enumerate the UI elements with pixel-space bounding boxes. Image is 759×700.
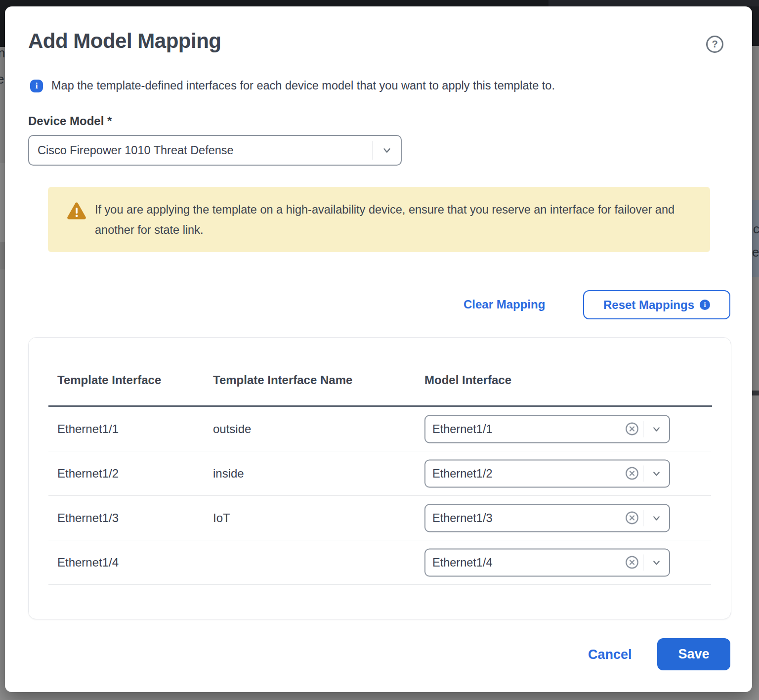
dialog-title: Add Model Mapping (28, 29, 221, 53)
reset-mappings-button[interactable]: Reset Mappings i (583, 290, 730, 319)
chevron-down-icon (643, 416, 669, 442)
info-icon: i (700, 300, 710, 310)
model-interface-value: Ethernet1/3 (425, 505, 621, 531)
background-text-fragment: e (0, 72, 4, 87)
background-text-fragment: c (753, 221, 759, 237)
column-header-template-interface: Template Interface (57, 373, 161, 387)
device-model-label: Device Model * (28, 114, 112, 128)
chevron-down-icon (373, 136, 401, 165)
model-interface-value: Ethernet1/4 (425, 549, 621, 575)
warning-icon (66, 202, 87, 222)
info-text: Map the template-defined interfaces for … (51, 79, 555, 92)
add-model-mapping-dialog: Add Model Mapping ? i Map the template-d… (5, 6, 752, 692)
background-text-fragment: el (752, 245, 759, 260)
table-row: Ethernet1/4 Ethernet1/4 (48, 540, 711, 585)
clear-selection-icon[interactable] (621, 505, 643, 531)
table-row: Ethernet1/3 IoT Ethernet1/3 (48, 496, 711, 540)
column-header-template-interface-name: Template Interface Name (213, 373, 352, 387)
model-interface-value: Ethernet1/2 (425, 460, 621, 486)
info-icon: i (30, 80, 43, 92)
template-interface-cell: Ethernet1/3 (57, 511, 119, 525)
table-row: Ethernet1/2 inside Ethernet1/2 (48, 451, 711, 496)
cancel-button[interactable]: Cancel (588, 647, 632, 662)
model-interface-select[interactable]: Ethernet1/2 (424, 459, 670, 487)
device-model-value: Cisco Firepower 1010 Threat Defense (29, 136, 373, 165)
table-row: Ethernet1/1 outside Ethernet1/1 (48, 407, 711, 451)
chevron-down-icon (643, 549, 669, 575)
mapping-table-card: Template Interface Template Interface Na… (28, 337, 731, 619)
table-body: Ethernet1/1 outside Ethernet1/1 Ethernet… (29, 407, 731, 585)
warning-banner: If you are applying the template on a hi… (48, 187, 710, 252)
model-interface-select[interactable]: Ethernet1/3 (424, 504, 670, 532)
clear-mapping-button[interactable]: Clear Mapping (464, 298, 545, 311)
model-interface-select[interactable]: Ethernet1/4 (424, 548, 670, 576)
help-glyph: ? (712, 39, 717, 50)
reset-mappings-label: Reset Mappings (603, 298, 694, 312)
model-interface-select[interactable]: Ethernet1/1 (424, 415, 670, 443)
help-icon[interactable]: ? (706, 36, 723, 53)
template-interface-cell: Ethernet1/2 (57, 467, 119, 481)
clear-selection-icon[interactable] (621, 416, 643, 442)
chevron-down-icon (643, 460, 669, 486)
template-interface-cell: Ethernet1/1 (57, 422, 119, 436)
clear-selection-icon[interactable] (621, 460, 643, 486)
clear-selection-icon[interactable] (621, 549, 643, 575)
chevron-down-icon (643, 505, 669, 531)
background-text-fragment: n (0, 45, 5, 61)
backdrop-left-strip: n e (0, 0, 5, 700)
warning-text: If you are applying the template on a hi… (95, 200, 683, 240)
template-interface-name-cell: inside (213, 467, 244, 481)
model-interface-value: Ethernet1/1 (425, 416, 621, 442)
device-model-select[interactable]: Cisco Firepower 1010 Threat Defense (28, 135, 402, 166)
template-interface-cell: Ethernet1/4 (57, 556, 119, 569)
template-interface-name-cell: IoT (213, 511, 230, 525)
template-interface-name-cell: outside (213, 422, 251, 436)
column-header-model-interface: Model Interface (424, 373, 511, 387)
save-button[interactable]: Save (657, 638, 730, 670)
backdrop-right-strip: c el (752, 0, 759, 700)
info-row: i Map the template-defined interfaces fo… (30, 79, 555, 92)
backdrop-top-bar-segment (548, 0, 759, 6)
